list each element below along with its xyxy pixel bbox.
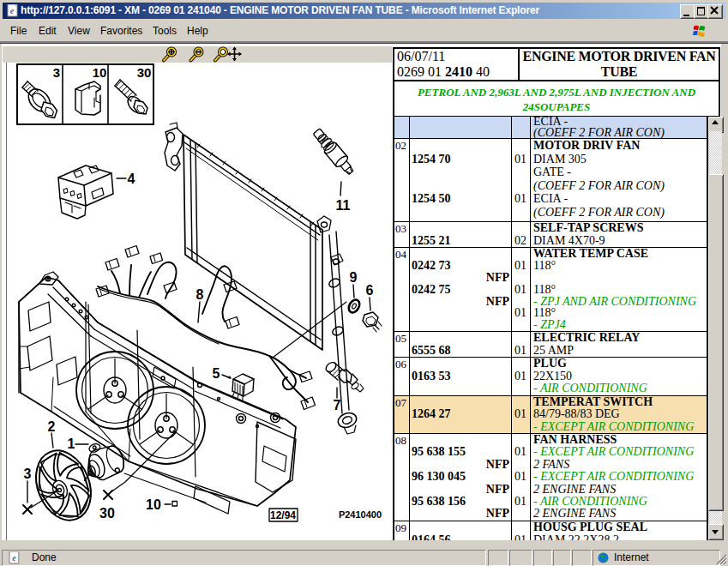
svg-text:5: 5 — [213, 366, 220, 381]
svg-text:P2410400: P2410400 — [339, 509, 382, 520]
svg-text:4: 4 — [128, 172, 135, 186]
svg-text:1: 1 — [68, 437, 75, 451]
svg-text:3: 3 — [24, 467, 32, 481]
svg-text:30: 30 — [99, 506, 115, 521]
svg-text:30: 30 — [137, 65, 152, 80]
svg-text:10: 10 — [146, 497, 161, 512]
svg-text:3: 3 — [53, 65, 60, 80]
svg-text:6: 6 — [366, 283, 374, 298]
svg-text:7: 7 — [334, 398, 341, 412]
svg-text:2: 2 — [48, 419, 56, 434]
svg-text:8: 8 — [196, 287, 204, 302]
svg-text:12/94: 12/94 — [270, 509, 296, 521]
svg-text:9: 9 — [350, 270, 358, 285]
svg-text:10: 10 — [93, 65, 107, 80]
svg-text:e: e — [12, 553, 16, 563]
svg-text:11: 11 — [336, 198, 351, 213]
